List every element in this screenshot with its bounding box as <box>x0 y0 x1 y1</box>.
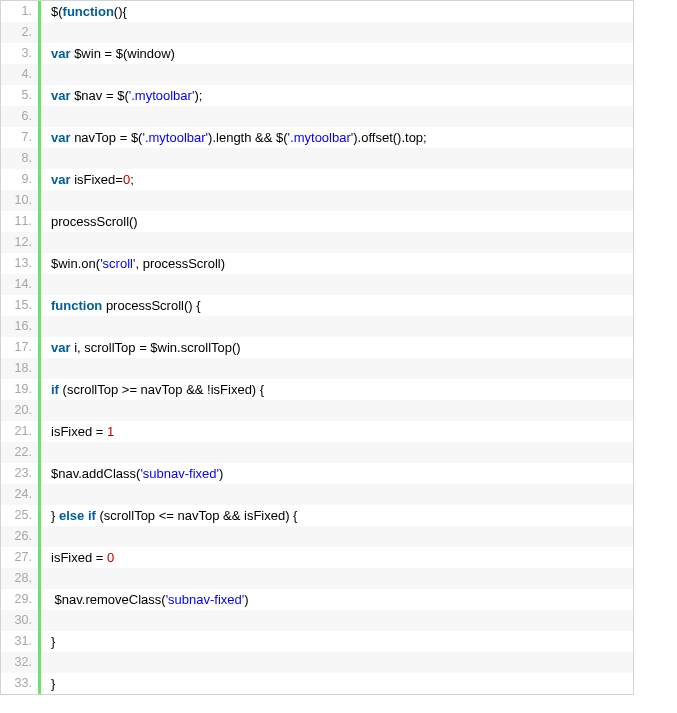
token-plain: ).length && $( <box>208 130 288 145</box>
code-line: 24. <box>1 484 633 505</box>
line-number: 1. <box>1 1 41 22</box>
token-keyword: var <box>51 172 71 187</box>
token-plain: } <box>51 508 59 523</box>
code-content <box>41 442 55 463</box>
code-line: 9.var isFixed=0; <box>1 169 633 190</box>
line-number: 9. <box>1 169 41 190</box>
line-number: 27. <box>1 547 41 568</box>
code-content <box>41 64 55 85</box>
line-number: 26. <box>1 526 41 547</box>
code-content: $win.on('scroll', processScroll) <box>41 253 225 274</box>
code-content: } <box>41 631 55 652</box>
code-line: 32. <box>1 652 633 673</box>
line-number: 22. <box>1 442 41 463</box>
code-line: 16. <box>1 316 633 337</box>
code-line: 29. $nav.removeClass('subnav-fixed') <box>1 589 633 610</box>
line-number: 30. <box>1 610 41 631</box>
code-line: 17.var i, scrollTop = $win.scrollTop() <box>1 337 633 358</box>
code-content: isFixed = 0 <box>41 547 114 568</box>
code-content: $nav.removeClass('subnav-fixed') <box>41 589 249 610</box>
line-number: 6. <box>1 106 41 127</box>
token-plain: (scrollTop <= navTop && isFixed) { <box>96 508 298 523</box>
code-line: 1.$(function(){ <box>1 1 633 22</box>
line-number: 5. <box>1 85 41 106</box>
line-number: 25. <box>1 505 41 526</box>
line-number: 18. <box>1 358 41 379</box>
token-plain: isFixed = <box>51 424 107 439</box>
line-number: 4. <box>1 64 41 85</box>
code-line: 27.isFixed = 0 <box>1 547 633 568</box>
code-line: 14. <box>1 274 633 295</box>
code-content: isFixed = 1 <box>41 421 114 442</box>
line-number: 13. <box>1 253 41 274</box>
code-line: 8. <box>1 148 633 169</box>
code-content: } else if (scrollTop <= navTop && isFixe… <box>41 505 297 526</box>
code-content: var isFixed=0; <box>41 169 134 190</box>
code-line: 11.processScroll() <box>1 211 633 232</box>
code-line: 20. <box>1 400 633 421</box>
token-keyword: if <box>51 382 59 397</box>
code-content <box>41 190 55 211</box>
token-plain: } <box>51 676 55 691</box>
code-line: 10. <box>1 190 633 211</box>
code-content: function processScroll() { <box>41 295 201 316</box>
code-content: } <box>41 673 55 694</box>
line-number: 24. <box>1 484 41 505</box>
line-number: 7. <box>1 127 41 148</box>
token-plain: } <box>51 634 55 649</box>
token-plain: processScroll() <box>51 214 138 229</box>
token-string: 'scroll' <box>100 256 135 271</box>
code-content <box>41 148 55 169</box>
code-content: var $win = $(window) <box>41 43 175 64</box>
code-line: 30. <box>1 610 633 631</box>
line-number: 29. <box>1 589 41 610</box>
token-plain: ) <box>244 592 248 607</box>
line-number: 3. <box>1 43 41 64</box>
line-number: 31. <box>1 631 41 652</box>
code-content <box>41 22 55 43</box>
code-content: var $nav = $('.mytoolbar'); <box>41 85 202 106</box>
line-number: 19. <box>1 379 41 400</box>
token-plain: $win = $(window) <box>71 46 175 61</box>
code-content: var i, scrollTop = $win.scrollTop() <box>41 337 241 358</box>
token-plain: ; <box>130 172 134 187</box>
code-line: 18. <box>1 358 633 379</box>
code-line: 3.var $win = $(window) <box>1 43 633 64</box>
token-string: '.mytoolbar' <box>129 88 195 103</box>
code-line: 22. <box>1 442 633 463</box>
code-line: 21.isFixed = 1 <box>1 421 633 442</box>
line-number: 14. <box>1 274 41 295</box>
code-line: 5.var $nav = $('.mytoolbar'); <box>1 85 633 106</box>
line-number: 11. <box>1 211 41 232</box>
code-content <box>41 652 55 673</box>
token-keyword: if <box>88 508 96 523</box>
token-plain: $( <box>51 4 63 19</box>
token-keyword: var <box>51 130 71 145</box>
line-number: 16. <box>1 316 41 337</box>
line-number: 23. <box>1 463 41 484</box>
token-plain: $nav = $( <box>71 88 129 103</box>
token-keyword: var <box>51 88 71 103</box>
line-number: 20. <box>1 400 41 421</box>
code-line: 23.$nav.addClass('subnav-fixed') <box>1 463 633 484</box>
line-number: 8. <box>1 148 41 169</box>
code-content <box>41 568 55 589</box>
code-line: 6. <box>1 106 633 127</box>
line-number: 28. <box>1 568 41 589</box>
code-line: 28. <box>1 568 633 589</box>
token-plain: , processScroll) <box>135 256 225 271</box>
token-plain: $nav.addClass( <box>51 466 140 481</box>
code-content: if (scrollTop >= navTop && !isFixed) { <box>41 379 264 400</box>
code-content: $(function(){ <box>41 1 127 22</box>
token-plain: $nav.removeClass( <box>51 592 166 607</box>
code-block: 1.$(function(){2. 3.var $win = $(window)… <box>0 0 634 695</box>
line-number: 2. <box>1 22 41 43</box>
code-line: 19.if (scrollTop >= navTop && !isFixed) … <box>1 379 633 400</box>
token-string: '.mytoolbar' <box>142 130 208 145</box>
token-plain: ); <box>194 88 202 103</box>
code-line: 15.function processScroll() { <box>1 295 633 316</box>
token-plain: isFixed = <box>51 550 107 565</box>
token-keyword: else <box>59 508 84 523</box>
line-number: 12. <box>1 232 41 253</box>
token-plain: ) <box>219 466 223 481</box>
